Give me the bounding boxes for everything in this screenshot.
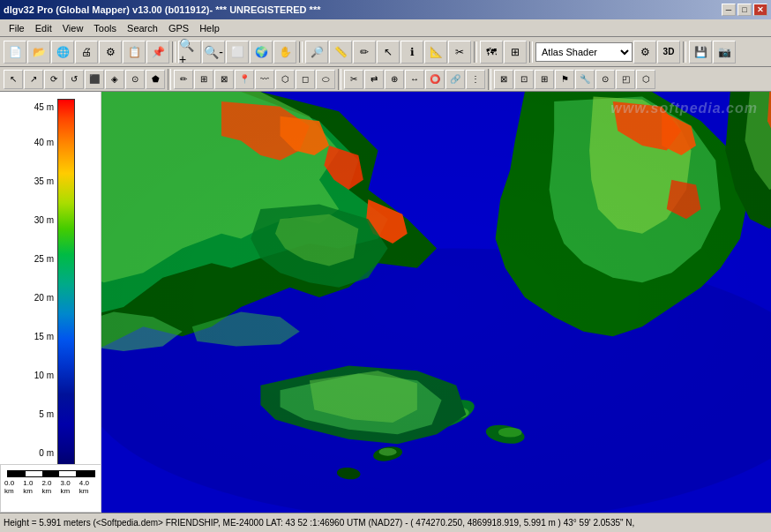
print-button[interactable]: 🖨	[75, 41, 98, 64]
tb2-btn8[interactable]: ⬟	[146, 70, 165, 89]
pan-button[interactable]: ✋	[273, 41, 296, 64]
globe-button[interactable]: 🌐	[51, 41, 74, 64]
separator1	[172, 41, 176, 63]
legend-label-25m: 25 m	[34, 254, 54, 264]
legend-label-20m: 20 m	[34, 293, 54, 303]
tb2-btn6[interactable]: ◈	[105, 70, 124, 89]
tb2-btn19[interactable]: ⊕	[385, 70, 404, 89]
new-button[interactable]: 📄	[4, 41, 26, 64]
color-bar-container: 45 m 40 m 35 m 30 m 25 m 20 m 15 m 10 m …	[26, 99, 75, 469]
info-button[interactable]: ℹ	[400, 41, 423, 64]
separator5	[683, 41, 686, 63]
select-button[interactable]: ↖	[377, 41, 400, 64]
svg-rect-9	[101, 92, 771, 513]
close-button[interactable]: ✕	[753, 4, 767, 16]
zoom-full-button[interactable]: 🌍	[250, 41, 273, 64]
status-text: Height = 5.991 meters (<Softpedia.dem> F…	[4, 518, 634, 528]
tb2-btn21[interactable]: ⭕	[425, 70, 445, 89]
tb2-btn13[interactable]: 〰	[255, 70, 274, 89]
search-btn[interactable]: 🔎	[305, 41, 328, 64]
scale-label-3: 3.0 km	[61, 479, 79, 495]
tb2-btn31[interactable]: ⬡	[636, 70, 655, 89]
menu-help[interactable]: Help	[194, 21, 225, 35]
tb2-btn20[interactable]: ↔	[405, 70, 424, 89]
title-controls: ─ □ ✕	[722, 4, 767, 16]
title-text: dlgv32 Pro (Global Mapper) v13.00 (b0119…	[4, 4, 320, 15]
zoom-window-button[interactable]: ⬜	[226, 41, 249, 64]
toolbar2: ↖ ↗ ⟳ ↺ ⬛ ◈ ⊙ ⬟ ✏ ⊞ ⊠ 📍 〰 ⬡ ◻ ⬭ ✂ ⇄ ⊕ ↔ …	[0, 67, 771, 92]
tb2-btn10[interactable]: ⊞	[194, 70, 213, 89]
legend-label-0m: 0 m	[39, 448, 54, 458]
content-area: 45 m 40 m 35 m 30 m 25 m 20 m 15 m 10 m …	[0, 92, 771, 513]
separator2	[299, 41, 303, 63]
tb2-btn26[interactable]: ⊞	[535, 70, 554, 89]
legend-label-45m: 45 m	[34, 102, 54, 112]
scale-bar: 0.0 km 1.0 km 2.0 km 3.0 km 4.0 km	[0, 464, 101, 513]
measure-button[interactable]: 📏	[329, 41, 352, 64]
tb2-btn7[interactable]: ⊙	[125, 70, 145, 89]
tb2-btn18[interactable]: ⇄	[364, 70, 384, 89]
layers-button[interactable]: 📋	[123, 41, 146, 64]
separator6	[168, 69, 171, 90]
separator7	[338, 69, 341, 90]
map-area[interactable]: www.softpedia.com	[101, 92, 771, 513]
minimize-button[interactable]: ─	[722, 4, 736, 16]
menu-file[interactable]: File	[4, 21, 30, 35]
capture-button[interactable]: 📷	[713, 41, 736, 64]
separator4	[529, 41, 533, 63]
legend-label-5m: 5 m	[39, 409, 54, 419]
grid-button[interactable]: ⊞	[504, 41, 527, 64]
tb2-btn9[interactable]: ✏	[174, 70, 193, 89]
color-bar	[57, 99, 75, 469]
zoom-in-button[interactable]: 🔍+	[178, 41, 201, 64]
tb2-btn3[interactable]: ⟳	[44, 70, 64, 89]
legend-label-15m: 15 m	[34, 332, 54, 341]
zoom-out-button[interactable]: 🔍-	[202, 41, 225, 64]
title-bar: dlgv32 Pro (Global Mapper) v13.00 (b0119…	[0, 0, 771, 19]
legend-panel: 45 m 40 m 35 m 30 m 25 m 20 m 15 m 10 m …	[0, 92, 101, 513]
tb2-btn12[interactable]: 📍	[235, 70, 254, 89]
separator8	[488, 69, 491, 90]
tb2-btn30[interactable]: ◰	[616, 70, 635, 89]
tb2-btn4[interactable]: ↺	[64, 70, 84, 89]
menu-search[interactable]: Search	[122, 21, 163, 35]
status-bar: Height = 5.991 meters (<Softpedia.dem> F…	[0, 513, 771, 532]
tb2-btn22[interactable]: 🔗	[445, 70, 465, 89]
tb2-btn2[interactable]: ↗	[24, 70, 43, 89]
tb2-btn28[interactable]: 🔧	[575, 70, 595, 89]
menu-edit[interactable]: Edit	[30, 21, 57, 35]
tb2-btn25[interactable]: ⊡	[514, 70, 534, 89]
tb2-btn17[interactable]: ✂	[344, 70, 363, 89]
open-button[interactable]: 📂	[27, 41, 50, 64]
toolbar1: 📄 📂 🌐 🖨 ⚙ 📋 📌 🔍+ 🔍- ⬜ 🌍 ✋ 🔎 📏 ✏ ↖ ℹ 📐 ✂ …	[0, 37, 771, 67]
tb2-btn14[interactable]: ⬡	[275, 70, 295, 89]
tb2-btn29[interactable]: ⊙	[595, 70, 615, 89]
digitize-button[interactable]: 📐	[424, 41, 447, 64]
shader-select[interactable]: Atlas Shader Slope Shader Aspect Shader	[535, 42, 633, 62]
tb2-btn1[interactable]: ↖	[4, 70, 23, 89]
tb2-btn5[interactable]: ⬛	[85, 70, 104, 89]
separator3	[474, 41, 477, 63]
shader-settings-button[interactable]: ⚙	[633, 41, 656, 64]
3d-button[interactable]: 🗺	[480, 41, 503, 64]
tb2-btn24[interactable]: ⊠	[494, 70, 513, 89]
settings-button[interactable]: ⚙	[99, 41, 122, 64]
menu-bar: File Edit View Tools Search GPS Help	[0, 19, 771, 37]
export-button[interactable]: 💾	[689, 41, 712, 64]
tb2-btn11[interactable]: ⊠	[214, 70, 234, 89]
legend-label-10m: 10 m	[34, 371, 54, 380]
tb2-btn15[interactable]: ◻	[296, 70, 315, 89]
menu-tools[interactable]: Tools	[88, 21, 122, 35]
tb2-btn27[interactable]: ⚑	[555, 70, 574, 89]
maximize-button[interactable]: □	[737, 4, 752, 16]
pin-button[interactable]: 📌	[146, 41, 169, 64]
scale-label-1: 1.0 km	[23, 479, 41, 495]
draw-button[interactable]: ✏	[353, 41, 376, 64]
tb2-btn16[interactable]: ⬭	[316, 70, 335, 89]
menu-view[interactable]: View	[57, 21, 89, 35]
tb2-btn23[interactable]: ⋮	[466, 70, 485, 89]
edit-feature-button[interactable]: ✂	[448, 41, 471, 64]
3d-view-button[interactable]: 3D	[657, 41, 680, 64]
terrain-map	[101, 92, 771, 513]
menu-gps[interactable]: GPS	[163, 21, 194, 35]
